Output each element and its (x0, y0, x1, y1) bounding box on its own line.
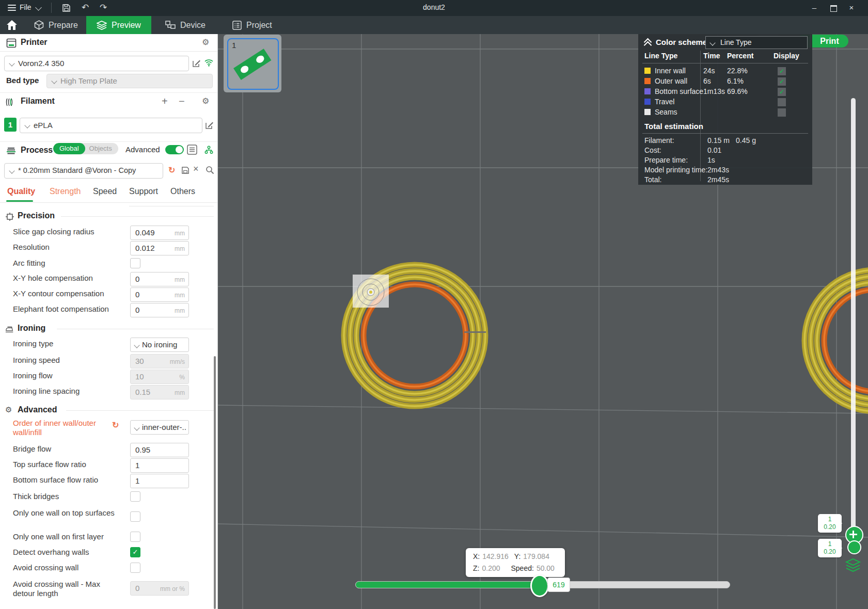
add-filament-button[interactable]: + (162, 95, 168, 107)
display-checkbox[interactable] (778, 108, 786, 117)
layers-view-icon[interactable] (845, 558, 861, 573)
bed-type-value: High Temp Plate (60, 76, 117, 85)
scope-objects[interactable]: Objects (85, 143, 118, 154)
print-button[interactable]: Print (811, 35, 848, 47)
setting-row: Only one wall on top surfaces (13, 507, 215, 527)
setting-checkbox[interactable] (130, 258, 140, 268)
preset-delete-icon[interactable]: × (193, 164, 199, 174)
printer-icon (6, 38, 17, 48)
setting-label: Avoid crossing wall - Max detour length (13, 580, 115, 598)
filament-preset-select[interactable]: ePLA (20, 118, 202, 133)
plate-thumbnail[interactable]: 1 (224, 35, 281, 92)
filament-slot-badge[interactable]: 1 (4, 118, 17, 132)
line-type-row: Travel (638, 97, 812, 107)
display-checkbox-checked[interactable]: ✓ (778, 88, 786, 96)
device-icon (165, 21, 176, 30)
printer-section-header: Printer ⚙ (0, 34, 217, 52)
setting-input[interactable]: 0mm (130, 287, 189, 302)
printer-edit-icon[interactable] (192, 59, 201, 68)
setting-select[interactable]: inner-outer-... (130, 420, 189, 435)
tab-project-label: Project (246, 21, 272, 30)
setting-select[interactable]: No ironing (130, 338, 189, 352)
bed-type-select[interactable]: High Temp Plate (46, 74, 213, 88)
layer-slider-track[interactable] (851, 98, 856, 538)
color-scheme-mode-select[interactable]: Line Type (705, 36, 808, 49)
filament-section-title: Filament (21, 97, 55, 106)
process-preset-value: * 0.20mm Standard @Voron - Copy (18, 166, 136, 174)
filament-preset-value: ePLA (34, 121, 53, 130)
tab-speed[interactable]: Speed (93, 187, 117, 196)
setting-label: Arc fitting (13, 259, 115, 268)
tab-strength[interactable]: Strength (50, 187, 81, 196)
tab-quality[interactable]: Quality (7, 187, 35, 196)
setting-input[interactable]: 0.049mm (130, 226, 189, 240)
close-button[interactable]: × (844, 2, 859, 13)
setting-row: Avoid crossing wall - Max detour length … (13, 578, 215, 600)
ironing-section-title: Ironing (18, 324, 45, 333)
prepare-cube-icon (34, 20, 44, 30)
filament-edit-icon[interactable] (205, 121, 214, 130)
line-type-row: Bottom surface1m13s 69.6% ✓ (638, 87, 812, 97)
setting-input[interactable]: 0.012mm (130, 241, 189, 255)
file-menu[interactable]: File (20, 3, 31, 11)
process-flow-icon[interactable] (204, 146, 213, 154)
setting-label: X-Y hole compensation (13, 274, 115, 283)
active-tab-underline (6, 200, 33, 202)
main-menu-icon[interactable] (8, 5, 16, 11)
tab-others[interactable]: Others (170, 187, 195, 196)
setting-input[interactable]: 1 (130, 474, 189, 488)
display-checkbox-checked[interactable]: ✓ (778, 67, 786, 75)
file-menu-chevron-icon[interactable] (35, 4, 42, 11)
preset-search-icon[interactable] (206, 166, 214, 174)
display-checkbox[interactable] (778, 98, 786, 106)
preset-save-icon[interactable] (181, 166, 190, 174)
tab-support[interactable]: Support (129, 187, 158, 196)
redo-icon[interactable]: ↷ (100, 2, 107, 13)
printer-preset-select[interactable]: Voron2.4 350 (4, 56, 189, 71)
color-scheme-title: Color scheme (656, 38, 707, 46)
tab-project[interactable]: Project (232, 16, 272, 34)
column-percent: Percent (727, 52, 753, 60)
setting-checkbox[interactable] (130, 491, 140, 502)
setting-reset-icon[interactable]: ↻ (112, 420, 119, 430)
tab-preview[interactable]: Preview (86, 16, 151, 34)
gcode-position-tooltip: X:142.916 Y:179.084 Z:0.200 Speed:50.00 (466, 548, 565, 577)
remove-filament-button[interactable]: − (179, 95, 185, 107)
preview-layers-icon (97, 21, 107, 30)
minimize-button[interactable]: – (807, 2, 822, 13)
setting-checkbox[interactable] (130, 532, 140, 542)
wifi-connection-icon[interactable] (204, 59, 214, 67)
save-icon[interactable] (62, 4, 71, 12)
setting-checkbox[interactable] (130, 511, 140, 522)
home-icon[interactable] (6, 20, 18, 30)
display-checkbox-checked[interactable]: ✓ (778, 77, 786, 86)
setting-checkbox[interactable] (130, 563, 140, 573)
advanced-mode-switch[interactable] (165, 145, 184, 154)
setting-checkbox-checked[interactable]: ✓ (130, 547, 140, 557)
layer-badge-bottom: 10.20 (818, 539, 842, 557)
parameter-list-icon[interactable] (187, 145, 197, 155)
layer-slider-handle[interactable] (847, 540, 861, 554)
process-scope-toggle[interactable]: Global Objects (53, 143, 118, 154)
tab-device[interactable]: Device (165, 16, 206, 34)
setting-input[interactable]: 0.95 (130, 443, 189, 457)
total-estimation-title: Total estimation (644, 122, 703, 131)
process-tab-bar: Quality Strength Speed Support Others (0, 183, 217, 203)
setting-input[interactable]: 0mm (130, 303, 189, 317)
settings-scrollbar[interactable] (214, 356, 216, 609)
undo-icon[interactable]: ↶ (82, 2, 89, 13)
scope-global[interactable]: Global (53, 143, 85, 154)
move-slider-value: 619 (547, 578, 570, 592)
setting-input[interactable]: 1 (130, 458, 189, 473)
printer-settings-gear-icon[interactable]: ⚙ (202, 37, 209, 47)
preset-reset-icon[interactable]: ↻ (168, 165, 175, 175)
process-preset-select[interactable]: * 0.20mm Standard @Voron - Copy (4, 163, 163, 179)
filament-settings-gear-icon[interactable]: ⚙ (202, 96, 209, 106)
tab-prepare[interactable]: Prepare (34, 16, 78, 34)
tab-device-label: Device (180, 21, 206, 30)
setting-label: Thick bridges (13, 492, 115, 501)
maximize-button[interactable] (830, 5, 837, 12)
collapse-panel-icon[interactable] (644, 39, 651, 46)
setting-input[interactable]: 0mm (130, 272, 189, 286)
column-display: Display (774, 52, 799, 60)
